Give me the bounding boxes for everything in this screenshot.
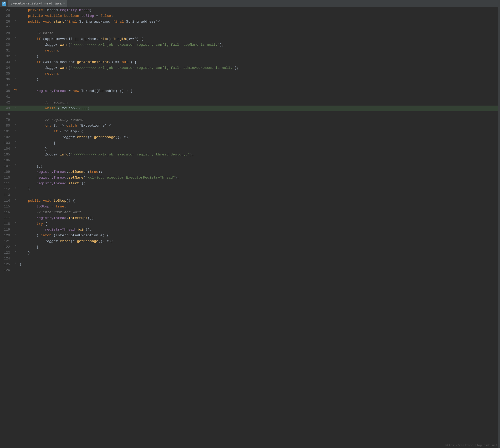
tab-close-button[interactable]: × [63,2,65,5]
fold-icon[interactable]: ▾ [13,36,18,39]
token-method: length [113,37,126,41]
token-field: registryThread [37,216,66,220]
token-plain: ); [220,43,224,47]
token-plain: } [19,141,56,145]
fold-icon[interactable]: ▾ [13,221,18,224]
line-number: 125 [0,262,13,267]
token-method: toStop [54,199,67,203]
tab-filename: ExecutorRegistryThread.java [11,2,62,6]
token-field: toStop [81,14,94,18]
table-row: 111 registryThread.start(); [0,181,500,186]
breakpoint-icon[interactable]: ●↑ [13,88,18,91]
table-row: 118▾ try { [0,221,500,227]
fold-icon[interactable]: ▾ [13,19,18,22]
fold-icon[interactable]: ▾ [13,186,18,190]
fold-icon[interactable]: ▾ [13,262,18,265]
token-kw: if [37,60,41,64]
token-plain [52,20,54,24]
token-kw: catch [41,233,52,237]
line-content: }); [18,163,500,169]
fold-icon[interactable]: ▾ [13,77,18,80]
token-method: trim [98,37,107,41]
token-kw: true [90,170,98,174]
line-content: } catch (InterruptedException e) { [18,233,500,238]
fold-icon[interactable]: ▾ [13,123,18,126]
table-row: 28 // valid [0,30,500,36]
line-number: 37 [0,82,13,88]
table-row: 110 registryThread.setName("xxl-job, exe… [0,175,500,181]
token-plain: } [19,262,22,266]
fold-icon[interactable]: ▾ [13,106,18,109]
fold-icon[interactable]: ▾ [13,54,18,57]
token-kw: final [113,20,124,24]
table-row: 120▾ } catch (InterruptedException e) { [0,233,500,238]
token-plain [19,153,45,157]
token-plain: } [19,77,39,81]
token-plain: . [58,66,60,70]
line-number: 104 [0,146,13,152]
token-comment: // registry remove [45,118,83,122]
line-content: public void start(final String appName, … [18,19,500,25]
line-number: 32 [0,54,13,59]
line-number: 80 [0,123,13,129]
line-content: } [18,146,500,152]
token-method: start [68,181,79,185]
line-content: registryThread.setName("xxl-job, executo… [18,175,500,181]
line-number: 117 [0,215,13,221]
scrollbar[interactable] [498,7,500,448]
table-row: 117 registryThread.interrupt(); [0,215,500,221]
token-plain: } [19,233,41,237]
fold-icon[interactable]: ▾ [13,198,18,201]
line-content: while (!toStop) {...} [18,106,500,111]
line-number: 122 [0,244,13,250]
token-plain [19,101,45,105]
line-content: } [18,140,500,146]
token-method: error [60,239,71,243]
token-kw: catch [66,124,77,128]
token-plain: (Exception e) { [77,124,111,128]
fold-icon[interactable]: ▾ [13,244,18,247]
fold-icon[interactable]: ▾ [13,163,18,166]
line-number: 38 [0,88,13,94]
token-str: ">>>>>>>>>>> xxl-job, executor registry … [70,153,171,157]
token-var: address [141,20,156,24]
token-kw: boolean [64,14,79,18]
table-row: 114▾ public void toStop() { [0,198,500,204]
editor: 24 private Thread registryThread;25 priv… [0,7,500,448]
fold-icon[interactable]: ▾ [13,146,18,149]
token-plain: } [19,245,39,249]
token-str: destory [171,153,186,157]
token-kw: true [56,205,64,209]
table-row: 79 // registry remove [0,117,500,123]
fold-icon[interactable]: ▾ [13,140,18,143]
token-plain: (), e); [98,239,113,243]
line-content [18,158,500,163]
token-plain: ( [83,176,85,180]
fold-icon[interactable]: ▾ [13,250,18,253]
table-row: 30 logger.warn(">>>>>>>>>>> xxl-job, exe… [0,42,500,48]
line-number: 123 [0,250,13,256]
token-plain: . [58,153,60,157]
fold-icon[interactable]: ▾ [13,233,18,236]
token-method: setName [68,176,83,180]
token-field: registryThread [60,8,90,12]
table-row: 29▾ if (appName==null || appName.trim().… [0,36,500,42]
line-content: registryThread.interrupt(); [18,215,500,221]
line-number: 33 [0,59,13,65]
file-tab[interactable]: ExecutorRegistryThread.java × [8,0,67,7]
line-number: 27 [0,25,13,30]
token-kw: null [122,60,130,64]
fold-icon[interactable]: ▾ [13,129,18,132]
token-plain [19,89,37,93]
fold-icon[interactable]: ▾ [13,59,18,62]
token-plain: (); [85,228,92,232]
token-method: setDaemon [68,170,88,174]
token-plain: } [19,251,30,255]
token-method: info [60,153,68,157]
table-row: 41 [0,94,500,100]
token-plain: } [19,147,47,151]
token-kw: if [37,37,41,41]
table-row: 78 [0,111,500,117]
line-content [18,94,500,100]
line-content: // registry [18,100,500,106]
